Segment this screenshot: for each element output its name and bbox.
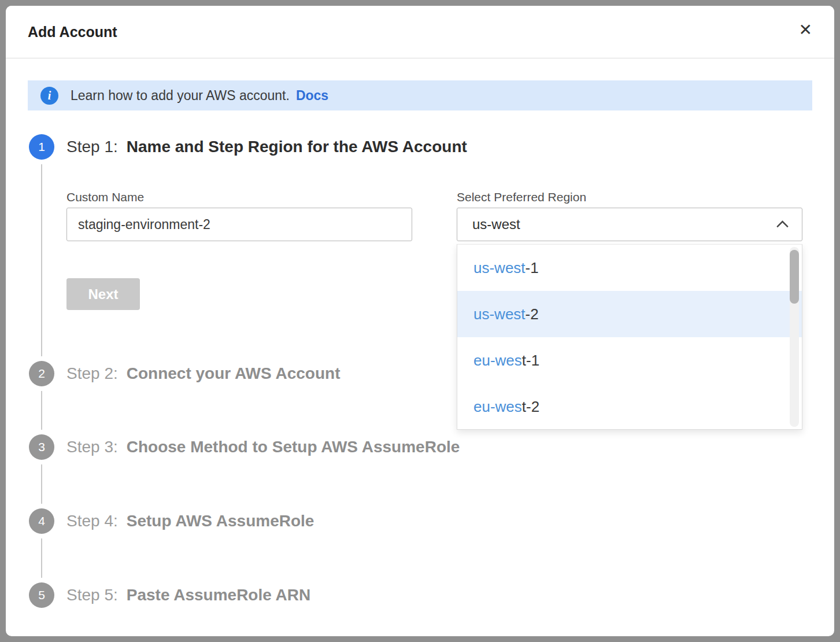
step-3-title: Choose Method to Setup AWS AssumeRole [127, 438, 460, 456]
option-match-text: eu-wes [473, 398, 522, 416]
option-rest-text: -2 [526, 305, 539, 323]
custom-name-input[interactable] [66, 208, 412, 241]
step-5-header: Step 5:Paste AssumeRole ARN [66, 582, 310, 608]
step-5-circle: 5 [29, 582, 54, 608]
step-5-title: Paste AssumeRole ARN [127, 586, 310, 604]
option-rest-text: t-2 [522, 398, 539, 416]
step-4-prefix: Step 4: [66, 512, 118, 530]
step-5-prefix: Step 5: [66, 586, 118, 604]
docs-link[interactable]: Docs [296, 88, 328, 104]
option-match-text: us-west [473, 305, 526, 323]
step-1-header: Step 1:Name and Step Region for the AWS … [66, 134, 467, 160]
step-4-title: Setup AWS AssumeRole [127, 512, 314, 530]
step-connector-1-2 [41, 164, 42, 356]
region-option-eu-west-1[interactable]: eu-west-1 [457, 337, 802, 383]
step-1-title: Name and Step Region for the AWS Account [127, 138, 467, 156]
option-rest-text: t-1 [522, 352, 539, 370]
step-2-circle: 2 [29, 361, 54, 386]
step-3-circle: 3 [29, 434, 54, 460]
region-option-us-west-2[interactable]: us-west-2 [457, 291, 802, 337]
step-4-circle: 4 [29, 508, 54, 534]
step-2-title: Connect your AWS Account [127, 364, 341, 382]
step-4-header: Step 4:Setup AWS AssumeRole [66, 508, 314, 534]
option-match-text: eu-wes [473, 352, 522, 370]
step-3-header: Step 3:Choose Method to Setup AWS Assume… [66, 434, 460, 460]
chevron-up-icon [776, 220, 789, 233]
step-connector-4-5 [41, 538, 42, 578]
region-label: Select Preferred Region [457, 190, 586, 204]
region-combobox[interactable]: us-west [457, 208, 802, 241]
custom-name-label: Custom Name [66, 190, 144, 204]
step-2-prefix: Step 2: [66, 364, 118, 382]
dropdown-scrollbar-thumb[interactable] [790, 250, 799, 304]
close-icon[interactable]: ✕ [799, 22, 812, 38]
info-banner: i Learn how to add your AWS account. Doc… [28, 80, 812, 110]
step-connector-2-3 [41, 391, 42, 430]
step-1-circle: 1 [29, 134, 54, 160]
add-account-modal: Add Account ✕ i Learn how to add your AW… [6, 6, 834, 636]
modal-header: Add Account ✕ [6, 6, 834, 58]
region-option-eu-west-2[interactable]: eu-west-2 [457, 383, 802, 430]
step-connector-3-4 [41, 464, 42, 504]
info-icon: i [40, 87, 58, 105]
region-option-us-west-1[interactable]: us-west-1 [457, 245, 802, 291]
region-value: us-west [472, 216, 520, 233]
modal-title: Add Account [28, 24, 117, 40]
step-3-prefix: Step 3: [66, 438, 118, 456]
step-2-header: Step 2:Connect your AWS Account [66, 361, 340, 386]
option-rest-text: -1 [526, 259, 539, 277]
banner-text: Learn how to add your AWS account. [71, 88, 290, 104]
option-match-text: us-west [473, 259, 526, 277]
next-button[interactable]: Next [66, 278, 140, 310]
region-dropdown: us-west-1 us-west-2 eu-west-1 eu-west-2 [457, 244, 802, 430]
step-1-prefix: Step 1: [66, 138, 118, 156]
